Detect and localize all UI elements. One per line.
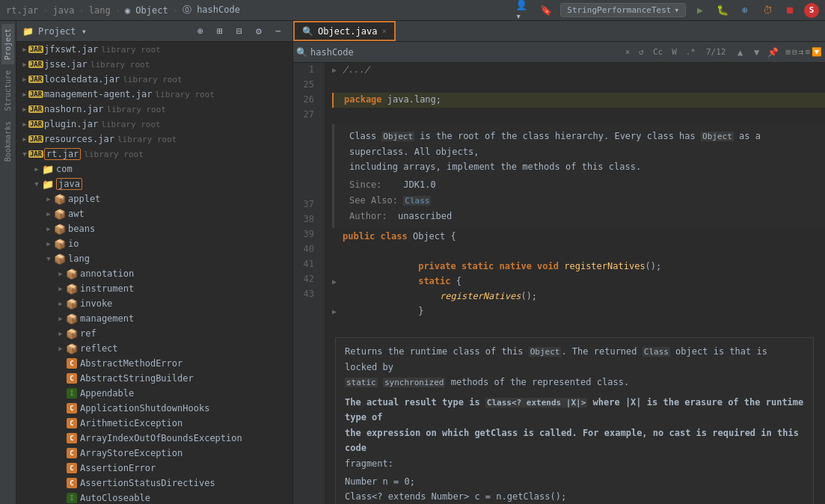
tree-item-nashorn[interactable]: ▶JARnashorn.jarlibrary root [16,102,292,117]
tree-item-ref[interactable]: ▶📦ref [16,326,292,341]
tree-arrow-instrument[interactable]: ▶ [55,283,66,294]
fold-arrow-42[interactable]: ▶ [332,306,343,318]
breadcrumb-object[interactable]: ◉ Object [125,5,168,16]
breadcrumb-java[interactable]: java [53,5,75,16]
debug-button[interactable]: 🐛 [714,2,731,19]
search-history-btn[interactable]: ↺ [636,46,647,58]
search-regex-btn[interactable]: .* [683,46,699,58]
tree-item-ArrayIndexOutOfBoundsException[interactable]: CArrayIndexOutOfBoundsException [16,431,292,446]
settings-icon[interactable]: ⚙ [251,23,267,40]
tree-label-ArrayStoreException: ArrayStoreException [80,448,183,458]
search-next-btn[interactable]: ▼ [750,46,764,59]
tree-label-AbstractStringBuilder: AbstractStringBuilder [80,373,194,384]
tree-arrow-io[interactable]: ▶ [43,239,54,249]
user-icon[interactable]: 👤▾ [515,2,532,19]
method-doc-line-4: the expression on which getClass is call… [345,425,804,456]
fold-arrow-1[interactable]: ▶ [332,64,343,76]
tree-item-AbstractMethodError[interactable]: CAbstractMethodError [16,356,292,371]
filter-icon-3[interactable]: ⇉ [799,47,804,57]
search-prev-btn[interactable]: ▲ [734,46,747,59]
scratch-icon[interactable]: S [804,3,819,18]
search-input[interactable] [310,47,619,58]
tree-item-invoke[interactable]: ▶📦invoke [16,296,292,311]
side-tab-structure[interactable]: Structure [1,66,14,115]
tab-object-java[interactable]: 🔍 Object.java × [293,21,396,41]
tree-arrow-invoke[interactable]: ▶ [55,298,66,309]
locate-icon[interactable]: ⊕ [192,23,209,40]
tree-item-AutoCloseable[interactable]: IAutoCloseable [16,491,292,504]
tree-item-com[interactable]: ▶📁com [16,162,292,176]
tree-arrow-beans[interactable]: ▶ [43,224,54,234]
collapse-all-icon[interactable]: ⊟ [231,23,248,40]
filter-icon-1[interactable]: ⊞ [786,47,791,57]
fold-arrow-40[interactable]: ▶ [332,276,343,288]
tree-item-ApplicationShutdownHooks[interactable]: CApplicationShutdownHooks [16,401,292,416]
tree-item-ArithmeticException[interactable]: CArithmeticException [16,416,292,431]
tree-label-Appendable: Appendable [80,388,134,399]
tree-item-jsse[interactable]: ▶JARjsse.jarlibrary root [16,57,292,72]
project-dropdown[interactable]: Project ▾ [38,26,87,37]
code-editor: 1 25 26 27 37 38 39 40 41 42 43 ▶ [293,63,825,504]
tree-arrow-annotation[interactable]: ▶ [55,268,66,279]
side-tab-project[interactable]: Project [1,24,14,64]
search-match-case-btn[interactable]: Cc [650,46,666,58]
breadcrumb-hashcode[interactable]: ⓪ hashCode [183,4,240,16]
tree-item-Appendable[interactable]: IAppendable [16,386,292,401]
tree-item-jfxswt[interactable]: ▶JARjfxswt.jarlibrary root [16,42,292,57]
run-button[interactable]: ▶ [692,2,708,19]
tree-item-plugin[interactable]: ▶JARplugin.jarlibrary root [16,117,292,132]
tree-arrow-ref[interactable]: ▶ [55,328,66,339]
tree-arrow-applet[interactable]: ▶ [43,194,54,204]
expand-all-icon[interactable]: ⊞ [212,23,228,40]
breadcrumb-rtjar[interactable]: rt.jar [6,5,38,16]
tree-item-java[interactable]: ▼📁java [16,176,292,191]
search-toggle-preview[interactable]: 📌 [767,46,780,59]
filter-icon-4[interactable]: ≡ [805,47,810,57]
tree-label-management: management [80,313,134,324]
tree-item-beans[interactable]: ▶📦beans [16,221,292,236]
doc-line-author: Author: unascribed [349,209,819,224]
tree-item-applet[interactable]: ▶📦applet [16,191,292,206]
tree-item-AssertionError[interactable]: CAssertionError [16,461,292,476]
tree-item-AbstractStringBuilder[interactable]: CAbstractStringBuilder [16,371,292,386]
tree-label-AutoCloseable: AutoCloseable [80,493,150,503]
tree-item-ArrayStoreException[interactable]: CArrayStoreException [16,446,292,461]
tree-icon-lang: 📦 [54,253,66,265]
tree-item-management[interactable]: ▶📦management [16,311,292,326]
tree-item-resources[interactable]: ▶JARresources.jarlibrary root [16,132,292,147]
tree-arrow-awt[interactable]: ▶ [43,209,54,219]
tab-close-btn[interactable]: × [381,26,387,36]
stop-button[interactable]: ⏹ [782,2,798,19]
filter-icon-5[interactable]: 🔽 [812,47,822,57]
method-doc-code-2: Class<? extends Number> c = n.getClass()… [345,489,804,504]
side-tab-bookmarks[interactable]: Bookmarks [1,117,14,166]
profile-button[interactable]: ⏱ [759,2,776,19]
tree-icon-AbstractMethodError: C [66,357,78,369]
tree-item-lang[interactable]: ▼📦lang [16,251,292,266]
tree-item-io[interactable]: ▶📦io [16,236,292,251]
tree-item-localedata[interactable]: ▶JARlocaledata.jarlibrary root [16,72,292,87]
vcs-icon[interactable]: 🔖 [538,2,554,19]
tree-arrow-management[interactable]: ▶ [55,313,66,324]
search-whole-word-btn[interactable]: W [669,46,680,58]
project-panel: 📁 Project ▾ ⊕ ⊞ ⊟ ⚙ − ▶JARjfxswt.jarlibr… [16,21,293,504]
tree-item-awt[interactable]: ▶📦awt [16,206,292,221]
tree-item-management-agent[interactable]: ▶JARmanagement-agent.jarlibrary root [16,87,292,102]
tree-arrow-lang[interactable]: ▼ [43,253,54,264]
tree-arrow-reflect[interactable]: ▶ [55,343,66,354]
tree-arrow-com[interactable]: ▶ [31,164,42,174]
breadcrumb-lang[interactable]: lang [89,5,111,16]
tree-item-AssertionStatusDirectives[interactable]: CAssertionStatusDirectives [16,476,292,491]
tree-arrow-java[interactable]: ▼ [31,179,42,189]
tree-item-reflect[interactable]: ▶📦reflect [16,341,292,356]
tree-item-instrument[interactable]: ▶📦instrument [16,281,292,296]
run-config[interactable]: StringPerformanceTest ▾ [560,3,686,17]
run-with-coverage[interactable]: ⊕ [737,2,753,19]
tree-item-rt[interactable]: ▼JARrt.jarlibrary root [16,147,292,162]
tree-item-annotation[interactable]: ▶📦annotation [16,266,292,281]
tab-file-icon: 🔍 [302,26,313,37]
minus-icon[interactable]: − [270,23,286,40]
tree-icon-AutoCloseable: I [66,492,78,504]
filter-icon-2[interactable]: ⊟ [792,47,797,57]
search-clear-btn[interactable]: × [622,46,634,58]
